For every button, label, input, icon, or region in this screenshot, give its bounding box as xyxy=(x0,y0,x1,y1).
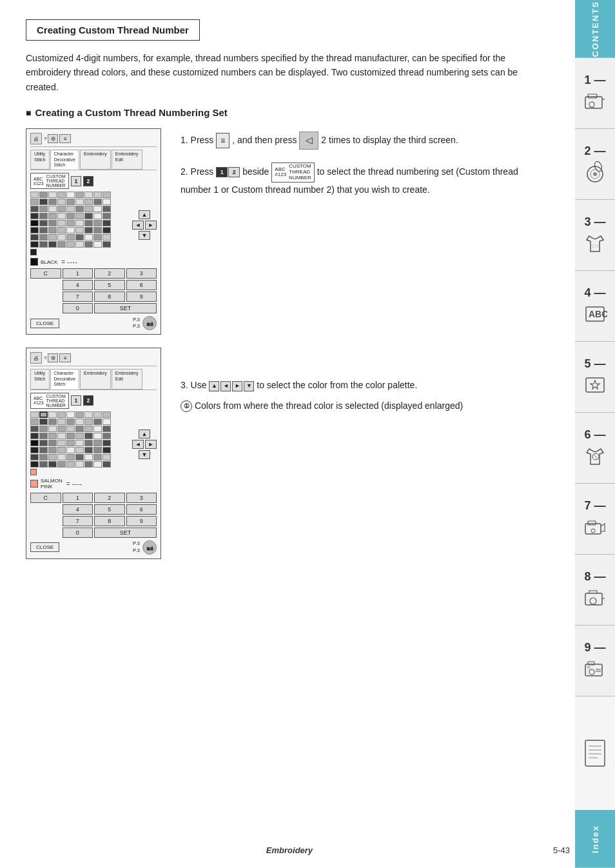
sidebar-tab-6[interactable]: 6 — xyxy=(575,413,615,484)
page-footer: Embroidery 5-43 xyxy=(26,845,570,855)
np-3[interactable]: 3 xyxy=(126,268,157,279)
index-tab[interactable]: Index xyxy=(575,810,615,868)
camera-icon-1: 📷 xyxy=(142,316,157,330)
color-cell xyxy=(102,433,111,439)
np-1[interactable]: 1 xyxy=(63,268,93,279)
color-cell xyxy=(84,227,93,233)
svg-rect-29 xyxy=(585,740,605,766)
color-cell xyxy=(75,440,84,446)
num-btn-1[interactable]: 1 xyxy=(71,176,81,186)
np2-8[interactable]: 8 xyxy=(94,516,125,526)
np-7[interactable]: 7 xyxy=(63,291,93,302)
sidebar-tab-2[interactable]: 2 — xyxy=(575,129,615,200)
sidebar-tab-9[interactable]: 9 — ?! xyxy=(575,626,615,696)
color-cell xyxy=(48,206,57,212)
up-ai-btn[interactable]: ▲ xyxy=(209,381,219,391)
np-c[interactable]: C xyxy=(30,268,61,279)
np2-1[interactable]: 1 xyxy=(63,493,93,503)
color-cell xyxy=(93,213,102,219)
np-0[interactable]: 0 xyxy=(63,303,93,313)
svg-line-16 xyxy=(594,455,598,459)
thread-icon xyxy=(583,160,607,184)
np2-0[interactable]: 0 xyxy=(63,528,93,538)
custom-badge-2: ABC#123 CUSTOMTHREADNUMBER xyxy=(30,393,69,409)
left-ai-btn[interactable]: ◄ xyxy=(220,381,231,391)
color-cell xyxy=(48,447,57,453)
color-cell xyxy=(102,440,111,446)
np2-7[interactable]: 7 xyxy=(63,516,93,526)
left-arrow-btn-2[interactable]: ◄ xyxy=(132,440,144,449)
step-3-num: 3. xyxy=(181,380,188,390)
tab-utility: UtilityStitch xyxy=(30,150,50,170)
np2-6[interactable]: 6 xyxy=(126,504,157,515)
small-btn-2[interactable]: 2 xyxy=(228,167,240,177)
num-btn-2b[interactable]: 2 xyxy=(83,395,93,406)
menu-button-inline[interactable]: ≡ xyxy=(216,133,229,148)
machine4-icon: ?! xyxy=(583,656,607,681)
color-cell xyxy=(39,447,48,453)
np-set[interactable]: SET xyxy=(94,303,157,313)
tab-embroidery: Embroidery xyxy=(80,150,111,170)
sidebar-tab-3[interactable]: 3 — xyxy=(575,200,615,271)
num-btn-2[interactable]: 2 xyxy=(83,176,93,186)
sidebar-tab-5[interactable]: 5 — xyxy=(575,342,615,413)
right-ai-btn[interactable]: ► xyxy=(232,381,242,391)
num-btn-1b[interactable]: 1 xyxy=(71,395,81,406)
color-cell xyxy=(102,411,111,418)
np-5[interactable]: 5 xyxy=(94,280,125,290)
left-arrow-btn[interactable]: ◄ xyxy=(132,221,144,230)
np2-set[interactable]: SET xyxy=(94,528,157,538)
contents-tab[interactable]: CONTENTS xyxy=(575,0,615,58)
color-cell xyxy=(75,454,84,460)
right-arrow-btn-2[interactable]: ► xyxy=(145,440,157,449)
svg-point-7 xyxy=(593,172,597,176)
right-arrow-btn[interactable]: ► xyxy=(145,221,157,230)
tab-number-9: 9 — xyxy=(584,641,605,655)
down-arrow-btn[interactable]: ▼ xyxy=(139,231,150,240)
small-btn-1[interactable]: 1 xyxy=(216,167,228,177)
color-cell xyxy=(39,227,48,233)
screen-tabs-1: UtilityStitch CharacterDecorativeStitch … xyxy=(30,150,157,170)
color-cell xyxy=(75,419,84,425)
np2-5[interactable]: 5 xyxy=(94,504,125,515)
selected-indicator xyxy=(30,249,37,255)
np2-3[interactable]: 3 xyxy=(126,493,157,503)
close-button-2[interactable]: CLOSE xyxy=(30,542,59,552)
machine2-icon xyxy=(583,515,607,539)
down-arrow-btn-2[interactable]: ▼ xyxy=(139,450,150,459)
color-cell xyxy=(39,461,48,468)
np2-2[interactable]: 2 xyxy=(94,493,125,503)
up-arrow-btn-2[interactable]: ▲ xyxy=(139,429,150,439)
screen-bottom-2: CLOSE P.3P.3 📷 xyxy=(30,540,157,555)
color-cell xyxy=(84,447,93,453)
np2-4[interactable]: 4 xyxy=(63,504,93,515)
np-6[interactable]: 6 xyxy=(126,280,157,290)
close-button-1[interactable]: CLOSE xyxy=(30,319,59,328)
color-cell xyxy=(75,192,84,198)
sidebar-tab-1[interactable]: 1 — xyxy=(575,58,615,129)
np-8[interactable]: 8 xyxy=(94,291,125,302)
np-9[interactable]: 9 xyxy=(126,291,157,302)
color-cell xyxy=(48,227,57,233)
title-box: Creating Custom Thread Number xyxy=(26,19,200,41)
color-cell xyxy=(30,234,39,241)
color-cell xyxy=(102,220,111,226)
svg-text:?!: ?! xyxy=(587,666,591,670)
sidebar: CONTENTS 1 — 2 — 3 xyxy=(575,0,615,868)
machine3-icon xyxy=(583,586,607,610)
screen-mockups: 🖨 ? ⚙ ≡ UtilityStitch CharacterDecorativ… xyxy=(26,128,161,559)
np-4[interactable]: 4 xyxy=(63,280,93,290)
np2-c[interactable]: C xyxy=(30,493,61,503)
back-arrow-icon: ◁ xyxy=(299,132,318,150)
np-2[interactable]: 2 xyxy=(94,268,125,279)
step-3-sub: ① Colors from where the thread color is … xyxy=(181,399,549,413)
color-cell xyxy=(57,426,66,432)
color-cell xyxy=(39,440,48,446)
color-cell xyxy=(57,433,66,439)
np2-9[interactable]: 9 xyxy=(126,516,157,526)
down-ai-btn[interactable]: ▼ xyxy=(244,381,254,391)
up-arrow-btn[interactable]: ▲ xyxy=(139,210,150,219)
sidebar-tab-7[interactable]: 7 — xyxy=(575,484,615,555)
sidebar-tab-8[interactable]: 8 — xyxy=(575,555,615,626)
sidebar-tab-4[interactable]: 4 — ABC xyxy=(575,271,615,342)
